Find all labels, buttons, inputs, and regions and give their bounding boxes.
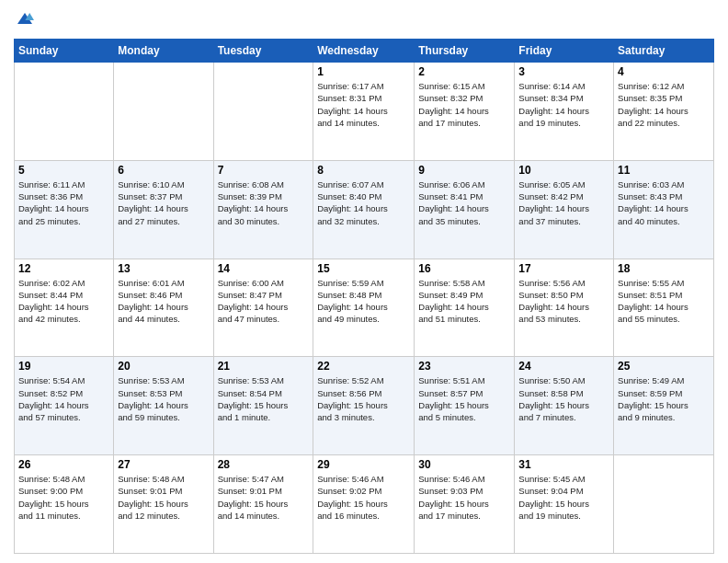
- day-number: 10: [518, 164, 609, 177]
- day-number: 11: [618, 164, 710, 177]
- day-info: Sunrise: 6:00 AM Sunset: 8:47 PM Dayligh…: [218, 277, 310, 326]
- calendar-cell: 10Sunrise: 6:05 AM Sunset: 8:42 PM Dayli…: [515, 160, 614, 259]
- day-number: 27: [118, 458, 209, 471]
- day-number: 25: [618, 360, 710, 373]
- day-header-sunday: Sunday: [15, 40, 114, 63]
- calendar-cell: [15, 63, 114, 161]
- day-info: Sunrise: 6:02 AM Sunset: 8:44 PM Dayligh…: [18, 277, 109, 326]
- calendar-cell: 31Sunrise: 5:45 AM Sunset: 9:04 PM Dayli…: [515, 455, 614, 554]
- day-number: 13: [118, 262, 209, 275]
- day-number: 21: [218, 360, 310, 373]
- day-number: 24: [518, 360, 609, 373]
- day-number: 23: [418, 360, 510, 373]
- calendar-cell: 25Sunrise: 5:49 AM Sunset: 8:59 PM Dayli…: [614, 357, 714, 455]
- calendar-cell: 13Sunrise: 6:01 AM Sunset: 8:46 PM Dayli…: [114, 259, 213, 357]
- calendar-cell: 4Sunrise: 6:12 AM Sunset: 8:35 PM Daylig…: [614, 63, 714, 161]
- day-number: 2: [418, 65, 510, 78]
- day-header-thursday: Thursday: [415, 40, 515, 63]
- logo-icon: [16, 9, 34, 28]
- day-info: Sunrise: 5:58 AM Sunset: 8:49 PM Dayligh…: [418, 277, 510, 326]
- day-info: Sunrise: 6:14 AM Sunset: 8:34 PM Dayligh…: [518, 80, 609, 129]
- calendar-cell: 12Sunrise: 6:02 AM Sunset: 8:44 PM Dayli…: [15, 259, 114, 357]
- day-info: Sunrise: 5:48 AM Sunset: 9:01 PM Dayligh…: [118, 473, 209, 522]
- calendar-cell: 17Sunrise: 5:56 AM Sunset: 8:50 PM Dayli…: [515, 259, 614, 357]
- day-number: 18: [618, 262, 710, 275]
- calendar-cell: [614, 455, 714, 554]
- week-row-3: 19Sunrise: 5:54 AM Sunset: 8:52 PM Dayli…: [15, 357, 714, 455]
- calendar-cell: 30Sunrise: 5:46 AM Sunset: 9:03 PM Dayli…: [415, 455, 515, 554]
- day-info: Sunrise: 5:53 AM Sunset: 8:54 PM Dayligh…: [218, 374, 310, 423]
- day-header-tuesday: Tuesday: [213, 40, 313, 63]
- calendar-cell: 11Sunrise: 6:03 AM Sunset: 8:43 PM Dayli…: [614, 160, 714, 259]
- day-number: 16: [418, 262, 510, 275]
- day-header-friday: Friday: [515, 40, 614, 63]
- day-info: Sunrise: 6:15 AM Sunset: 8:32 PM Dayligh…: [418, 80, 510, 129]
- week-row-1: 5Sunrise: 6:11 AM Sunset: 8:36 PM Daylig…: [15, 160, 714, 259]
- day-info: Sunrise: 6:05 AM Sunset: 8:42 PM Dayligh…: [518, 178, 609, 227]
- day-number: 3: [518, 65, 609, 78]
- day-info: Sunrise: 5:55 AM Sunset: 8:51 PM Dayligh…: [618, 277, 710, 326]
- header-row: SundayMondayTuesdayWednesdayThursdayFrid…: [15, 40, 714, 63]
- day-number: 17: [518, 262, 609, 275]
- day-info: Sunrise: 5:49 AM Sunset: 8:59 PM Dayligh…: [618, 374, 710, 423]
- day-info: Sunrise: 6:11 AM Sunset: 8:36 PM Dayligh…: [18, 178, 109, 227]
- day-info: Sunrise: 5:50 AM Sunset: 8:58 PM Dayligh…: [518, 374, 609, 423]
- day-info: Sunrise: 5:47 AM Sunset: 9:01 PM Dayligh…: [218, 473, 310, 522]
- calendar-cell: 28Sunrise: 5:47 AM Sunset: 9:01 PM Dayli…: [213, 455, 313, 554]
- calendar-cell: 20Sunrise: 5:53 AM Sunset: 8:53 PM Dayli…: [114, 357, 213, 455]
- day-info: Sunrise: 5:51 AM Sunset: 8:57 PM Dayligh…: [418, 374, 510, 423]
- calendar-cell: [114, 63, 213, 161]
- week-row-4: 26Sunrise: 5:48 AM Sunset: 9:00 PM Dayli…: [15, 455, 714, 554]
- day-info: Sunrise: 5:45 AM Sunset: 9:04 PM Dayligh…: [518, 473, 609, 522]
- calendar-cell: 9Sunrise: 6:06 AM Sunset: 8:41 PM Daylig…: [415, 160, 515, 259]
- calendar-cell: 18Sunrise: 5:55 AM Sunset: 8:51 PM Dayli…: [614, 259, 714, 357]
- calendar-cell: 7Sunrise: 6:08 AM Sunset: 8:39 PM Daylig…: [213, 160, 313, 259]
- calendar-cell: 26Sunrise: 5:48 AM Sunset: 9:00 PM Dayli…: [15, 455, 114, 554]
- day-number: 6: [118, 164, 209, 177]
- day-header-saturday: Saturday: [614, 40, 714, 63]
- calendar-cell: 5Sunrise: 6:11 AM Sunset: 8:36 PM Daylig…: [15, 160, 114, 259]
- day-info: Sunrise: 6:12 AM Sunset: 8:35 PM Dayligh…: [618, 80, 710, 129]
- day-info: Sunrise: 5:46 AM Sunset: 9:02 PM Dayligh…: [317, 473, 410, 522]
- calendar-cell: 15Sunrise: 5:59 AM Sunset: 8:48 PM Dayli…: [313, 259, 415, 357]
- day-info: Sunrise: 6:01 AM Sunset: 8:46 PM Dayligh…: [118, 277, 209, 326]
- day-info: Sunrise: 5:54 AM Sunset: 8:52 PM Dayligh…: [18, 374, 109, 423]
- calendar-cell: 24Sunrise: 5:50 AM Sunset: 8:58 PM Dayli…: [515, 357, 614, 455]
- day-info: Sunrise: 5:46 AM Sunset: 9:03 PM Dayligh…: [418, 473, 510, 522]
- day-number: 8: [317, 164, 410, 177]
- day-info: Sunrise: 6:10 AM Sunset: 8:37 PM Dayligh…: [118, 178, 209, 227]
- day-info: Sunrise: 6:06 AM Sunset: 8:41 PM Dayligh…: [418, 178, 510, 227]
- day-header-monday: Monday: [114, 40, 213, 63]
- calendar-cell: 6Sunrise: 6:10 AM Sunset: 8:37 PM Daylig…: [114, 160, 213, 259]
- calendar-body: 1Sunrise: 6:17 AM Sunset: 8:31 PM Daylig…: [15, 63, 714, 554]
- day-number: 9: [418, 164, 510, 177]
- calendar-cell: 27Sunrise: 5:48 AM Sunset: 9:01 PM Dayli…: [114, 455, 213, 554]
- calendar-cell: 1Sunrise: 6:17 AM Sunset: 8:31 PM Daylig…: [313, 63, 415, 161]
- day-number: 22: [317, 360, 410, 373]
- calendar-cell: 19Sunrise: 5:54 AM Sunset: 8:52 PM Dayli…: [15, 357, 114, 455]
- calendar-cell: [213, 63, 313, 161]
- calendar-cell: 23Sunrise: 5:51 AM Sunset: 8:57 PM Dayli…: [415, 357, 515, 455]
- calendar: SundayMondayTuesdayWednesdayThursdayFrid…: [14, 39, 714, 554]
- day-number: 5: [18, 164, 109, 177]
- calendar-cell: 16Sunrise: 5:58 AM Sunset: 8:49 PM Dayli…: [415, 259, 515, 357]
- day-info: Sunrise: 5:48 AM Sunset: 9:00 PM Dayligh…: [18, 473, 109, 522]
- calendar-cell: 14Sunrise: 6:00 AM Sunset: 8:47 PM Dayli…: [213, 259, 313, 357]
- calendar-cell: 3Sunrise: 6:14 AM Sunset: 8:34 PM Daylig…: [515, 63, 614, 161]
- day-number: 7: [218, 164, 310, 177]
- day-number: 19: [18, 360, 109, 373]
- day-info: Sunrise: 5:53 AM Sunset: 8:53 PM Dayligh…: [118, 374, 209, 423]
- calendar-cell: 29Sunrise: 5:46 AM Sunset: 9:02 PM Dayli…: [313, 455, 415, 554]
- week-row-2: 12Sunrise: 6:02 AM Sunset: 8:44 PM Dayli…: [15, 259, 714, 357]
- day-number: 30: [418, 458, 510, 471]
- calendar-cell: 8Sunrise: 6:07 AM Sunset: 8:40 PM Daylig…: [313, 160, 415, 259]
- day-info: Sunrise: 5:59 AM Sunset: 8:48 PM Dayligh…: [317, 277, 410, 326]
- day-number: 26: [18, 458, 109, 471]
- day-number: 20: [118, 360, 209, 373]
- day-number: 28: [218, 458, 310, 471]
- logo: [14, 9, 38, 31]
- day-number: 15: [317, 262, 410, 275]
- day-info: Sunrise: 5:56 AM Sunset: 8:50 PM Dayligh…: [518, 277, 609, 326]
- day-number: 29: [317, 458, 410, 471]
- calendar-cell: 22Sunrise: 5:52 AM Sunset: 8:56 PM Dayli…: [313, 357, 415, 455]
